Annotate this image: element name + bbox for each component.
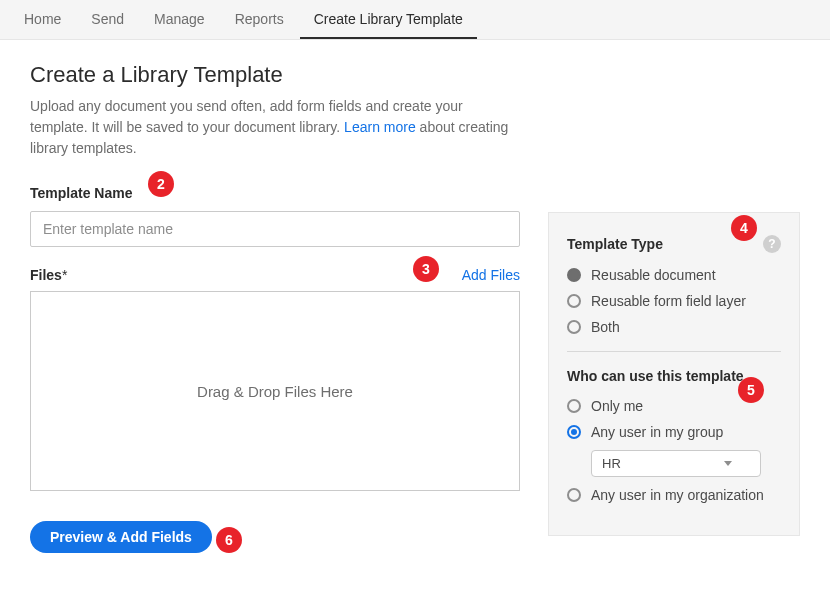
radio-label: Reusable document <box>591 267 716 283</box>
radio-both[interactable]: Both <box>567 319 781 335</box>
files-label: Files* <box>30 267 67 283</box>
radio-any-user-group[interactable]: Any user in my group <box>567 424 781 440</box>
group-select-value: HR <box>602 456 621 471</box>
tab-manage[interactable]: Manage <box>140 1 219 39</box>
radio-label: Both <box>591 319 620 335</box>
radio-label: Any user in my group <box>591 424 723 440</box>
tab-create-library-template[interactable]: Create Library Template <box>300 1 477 39</box>
template-name-input[interactable] <box>30 211 520 247</box>
chevron-down-icon <box>724 461 732 466</box>
preview-add-fields-button[interactable]: Preview & Add Fields <box>30 521 212 553</box>
learn-more-link[interactable]: Learn more <box>344 119 416 135</box>
add-files-link[interactable]: Add Files <box>462 267 520 283</box>
file-dropzone[interactable]: Drag & Drop Files Here <box>30 291 520 491</box>
radio-icon <box>567 294 581 308</box>
radio-icon <box>567 320 581 334</box>
page-description: Upload any document you send often, add … <box>30 96 520 159</box>
radio-label: Any user in my organization <box>591 487 764 503</box>
divider <box>567 351 781 352</box>
radio-icon <box>567 488 581 502</box>
template-name-label: Template Name <box>30 185 520 201</box>
radio-label: Only me <box>591 398 643 414</box>
radio-icon <box>567 268 581 282</box>
radio-reusable-form-field-layer[interactable]: Reusable form field layer <box>567 293 781 309</box>
top-nav: Home Send Manage Reports Create Library … <box>0 0 830 40</box>
radio-only-me[interactable]: Only me <box>567 398 781 414</box>
template-type-title: Template Type <box>567 236 663 252</box>
tab-send[interactable]: Send <box>77 1 138 39</box>
radio-icon <box>567 399 581 413</box>
radio-icon <box>567 425 581 439</box>
group-select[interactable]: HR <box>591 450 761 477</box>
radio-label: Reusable form field layer <box>591 293 746 309</box>
access-title: Who can use this template <box>567 368 781 384</box>
side-panel: Template Type ? Reusable document Reusab… <box>548 212 800 536</box>
radio-any-user-org[interactable]: Any user in my organization <box>567 487 781 503</box>
dropzone-text: Drag & Drop Files Here <box>197 383 353 400</box>
tab-reports[interactable]: Reports <box>221 1 298 39</box>
tab-home[interactable]: Home <box>10 1 75 39</box>
help-icon[interactable]: ? <box>763 235 781 253</box>
page-title: Create a Library Template <box>30 62 520 88</box>
radio-reusable-document[interactable]: Reusable document <box>567 267 781 283</box>
